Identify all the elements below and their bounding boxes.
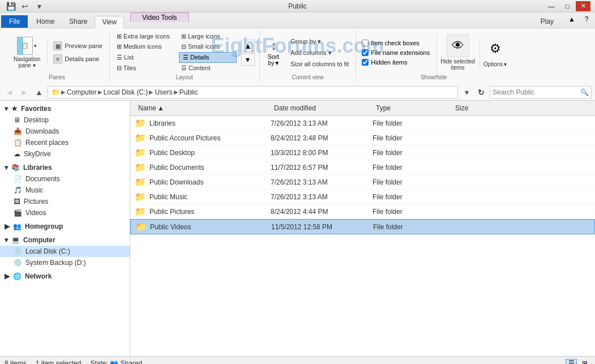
desktop-icon: 🖥: [14, 116, 20, 124]
options-button[interactable]: ⚙ Options ▾: [480, 37, 507, 67]
tab-share[interactable]: Share: [62, 15, 95, 28]
preview-pane-button[interactable]: ▦ Preview pane: [51, 40, 105, 52]
selected-count: 1 item selected: [36, 359, 82, 365]
path-item-local-disk[interactable]: Local Disk (C:): [104, 88, 148, 96]
path-item-public[interactable]: Public: [179, 88, 198, 96]
tiles-btn[interactable]: ⊟ Tiles: [114, 63, 172, 73]
item-count: 8 items: [5, 359, 27, 365]
navigation-pane-button[interactable]: 📋 ▾ Navigationpane ▾: [9, 35, 45, 71]
panes-content: 📋 ▾ Navigationpane ▾ ▦ Preview pane ≡ De…: [9, 32, 105, 73]
details-btn[interactable]: ☰ Details: [179, 52, 237, 63]
layout-scroll-up[interactable]: ▲: [241, 40, 255, 52]
up-button[interactable]: ▲: [33, 86, 45, 99]
layout-scroll-down[interactable]: ▾: [241, 53, 255, 66]
documents-icon: 📄: [14, 175, 22, 183]
hidden-items-toggle[interactable]: Hidden items: [361, 58, 431, 66]
content-btn[interactable]: ☰ Content: [179, 63, 237, 73]
item-check-boxes-checkbox[interactable]: [362, 40, 369, 46]
downloads-icon: 📥: [14, 127, 22, 135]
medium-icons-btn[interactable]: ⊞ Medium icons: [114, 42, 172, 52]
ribbon-tabs-wrapper: File Home Share View Play Video Tools ▲ …: [0, 12, 595, 28]
file-row[interactable]: 📁Public Pictures 8/24/2012 4:44 PM File …: [130, 204, 595, 219]
homegroup-expand-icon: ▶: [5, 222, 10, 230]
large-icons-btn[interactable]: ⊞ Large icons: [179, 32, 237, 41]
sort-button[interactable]: ↕ Sort by▼: [264, 37, 284, 67]
tab-home[interactable]: Home: [29, 15, 62, 28]
quick-access-dropdown[interactable]: ▾: [33, 1, 45, 11]
hidden-items-checkbox[interactable]: [362, 59, 369, 66]
file-row[interactable]: 📁Public Downloads 7/26/2012 3:13 AM File…: [130, 175, 595, 190]
tab-play[interactable]: Play: [533, 15, 561, 28]
quick-access-undo[interactable]: ↩: [19, 1, 31, 11]
sidebar-item-documents[interactable]: 📄 Documents: [0, 173, 130, 185]
tab-view[interactable]: View: [95, 16, 124, 28]
current-view-label: Current view: [292, 73, 323, 80]
file-list-header: Name ▲ Date modified Type Size: [130, 101, 595, 116]
close-button[interactable]: ✕: [576, 1, 590, 11]
file-name-extensions-toggle[interactable]: File name extensions: [361, 49, 431, 57]
sidebar-item-local-disk-c[interactable]: 💿 Local Disk (C:): [0, 246, 130, 257]
sidebar-item-system-backup-d[interactable]: 💿 System Backup (D:): [0, 257, 130, 268]
header-size[interactable]: Size: [452, 103, 508, 113]
add-columns-button[interactable]: Add columns ▾: [288, 48, 351, 58]
list-btn[interactable]: ☰ List: [114, 52, 172, 63]
file-row[interactable]: 📁Public Account Pictures 8/24/2012 3:48 …: [130, 131, 595, 145]
address-path[interactable]: 📁 ▶ Computer ▶ Local Disk (C:) ▶ Users ▶…: [48, 86, 458, 99]
sidebar-header-network[interactable]: ▶ 🌐 Network: [0, 271, 130, 282]
sidebar-section-favorites: ▾ ★ Favorites 🖥 Desktop 📥 Downloads 📋 Re…: [0, 103, 130, 160]
sidebar-item-music[interactable]: 🎵 Music: [0, 185, 130, 196]
back-button[interactable]: ◄: [3, 86, 16, 99]
refresh-button[interactable]: ↻: [475, 86, 487, 99]
details-pane-button[interactable]: ≡ Details pane: [51, 53, 105, 65]
current-view-content: ↕ Sort by▼ Group by ▾ Add columns ▾ Size…: [264, 32, 352, 73]
sidebar-item-recent-places[interactable]: 📋 Recent places: [0, 137, 130, 148]
status-bar-left: 8 items 1 item selected State: 👥 Shared: [5, 359, 142, 365]
sidebar-item-desktop[interactable]: 🖥 Desktop: [0, 114, 130, 126]
hide-selected-button[interactable]: 👁 Hide selecteditems: [436, 35, 475, 71]
details-view-button[interactable]: ☰: [566, 359, 577, 365]
file-name-extensions-checkbox[interactable]: [362, 49, 369, 56]
sidebar-item-videos[interactable]: 🎬 Videos: [0, 207, 130, 219]
file-row[interactable]: 📁Public Music 7/26/2012 3:13 AM File fol…: [130, 190, 595, 204]
sidebar-header-computer[interactable]: ▾ 💻 Computer: [0, 234, 130, 246]
help-btn[interactable]: ?: [580, 14, 593, 24]
path-item-users[interactable]: Users: [155, 88, 172, 96]
maximize-button[interactable]: □: [560, 1, 575, 11]
ribbon-collapse-btn[interactable]: ▲: [566, 14, 578, 24]
system-backup-icon: 💿: [14, 259, 22, 267]
address-dropdown-button[interactable]: ▾: [460, 86, 473, 99]
search-input[interactable]: [493, 88, 578, 96]
tab-file[interactable]: File: [1, 15, 28, 28]
large-icons-view-button[interactable]: ⊞: [579, 359, 590, 365]
sidebar-item-pictures[interactable]: 🖼 Pictures: [0, 196, 130, 207]
share-icon: 👥: [110, 359, 120, 365]
hide-selected-icon: 👁: [447, 35, 469, 57]
file-row[interactable]: 📁Libraries 7/26/2012 3:13 AM File folder: [130, 116, 595, 131]
sidebar-header-homegroup[interactable]: ▶ 👥 Homegroup: [0, 221, 130, 232]
file-row[interactable]: 📁Public Documents 11/7/2012 6:57 PM File…: [130, 160, 595, 175]
title-bar-controls: — □ ✕: [544, 1, 590, 11]
sidebar-header-libraries[interactable]: ▾ 📚 Libraries: [0, 162, 130, 173]
file-row[interactable]: 📁Public Desktop 10/3/2012 8:00 PM File f…: [130, 145, 595, 160]
small-icons-btn[interactable]: ⊟ Small icons: [179, 42, 237, 52]
header-name[interactable]: Name ▲: [135, 103, 271, 113]
local-disk-icon: 💿: [14, 247, 22, 255]
sidebar-item-downloads[interactable]: 📥 Downloads: [0, 126, 130, 137]
layout-label: Layout: [176, 73, 193, 80]
group-by-button[interactable]: Group by ▾: [288, 37, 351, 46]
minimize-button[interactable]: —: [544, 1, 559, 11]
path-item-computer[interactable]: Computer: [67, 88, 97, 96]
sidebar-header-favorites[interactable]: ▾ ★ Favorites: [0, 103, 130, 114]
options-icon: ⚙: [484, 37, 507, 60]
header-date-modified[interactable]: Date modified: [271, 103, 373, 113]
sidebar-item-skydrive[interactable]: ☁ SkyDrive: [0, 148, 130, 160]
favorites-label: Favorites: [21, 105, 51, 113]
forward-button[interactable]: ►: [18, 86, 31, 99]
main-area: ▾ ★ Favorites 🖥 Desktop 📥 Downloads 📋 Re…: [0, 101, 595, 356]
header-type[interactable]: Type: [373, 103, 452, 113]
size-all-columns-button[interactable]: Size all columns to fit: [288, 59, 351, 68]
item-check-boxes-toggle[interactable]: Item check boxes: [361, 39, 431, 47]
extra-large-icons-btn[interactable]: ⊞ Extra large icons: [114, 32, 172, 41]
file-row-selected[interactable]: 📁Public Videos 11/5/2012 12:58 PM File f…: [130, 219, 595, 234]
quick-access-save[interactable]: 💾: [5, 1, 17, 11]
